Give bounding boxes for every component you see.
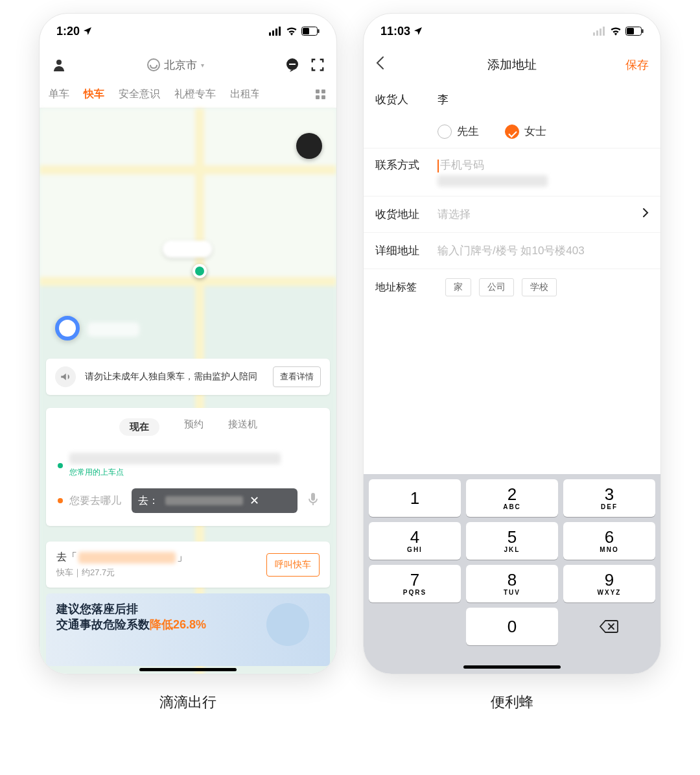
booking-tab-reserve[interactable]: 预约 bbox=[184, 418, 204, 436]
pickup-hint: 您常用的上车点 bbox=[69, 467, 318, 478]
status-time: 1:20 bbox=[56, 25, 80, 38]
recipient-input[interactable]: 李 bbox=[438, 92, 649, 107]
destination-suggest-pill[interactable]: 去： ✕ bbox=[132, 488, 298, 513]
contact-blur bbox=[438, 175, 548, 187]
status-bar: 11:03 bbox=[364, 14, 660, 49]
banner-illustration bbox=[252, 599, 323, 663]
destination-placeholder: 您要去哪儿 bbox=[69, 494, 121, 508]
home-indicator[interactable] bbox=[463, 665, 561, 669]
svg-rect-0 bbox=[269, 32, 271, 36]
call-price: 快车｜约27.7元 bbox=[56, 567, 187, 578]
gender-option-mr[interactable]: 先生 bbox=[438, 124, 479, 139]
detail-label: 详细地址 bbox=[375, 243, 438, 258]
svg-rect-15 bbox=[603, 27, 605, 36]
status-time: 11:03 bbox=[380, 25, 410, 38]
key-4[interactable]: 4GHI bbox=[369, 522, 461, 560]
call-ride-button[interactable]: 呼叫快车 bbox=[266, 553, 320, 577]
locate-button[interactable] bbox=[55, 316, 80, 340]
scan-icon[interactable] bbox=[310, 58, 325, 72]
tab-safety[interactable]: 安全意识 bbox=[119, 88, 160, 101]
pin-label bbox=[163, 241, 212, 257]
key-delete[interactable] bbox=[563, 608, 655, 645]
tab-premium[interactable]: 礼橙专车 bbox=[174, 88, 216, 101]
key-8[interactable]: 8TUV bbox=[466, 565, 558, 602]
key-1[interactable]: 1 bbox=[369, 479, 461, 517]
svg-point-8 bbox=[148, 59, 159, 71]
mic-icon[interactable] bbox=[308, 493, 318, 509]
booking-tab-airport[interactable]: 接送机 bbox=[228, 418, 257, 436]
battery-icon bbox=[301, 27, 320, 36]
city-selector[interactable]: 北京市 bbox=[164, 58, 197, 73]
key-9[interactable]: 9WXYZ bbox=[563, 565, 655, 602]
key-6[interactable]: 6MNO bbox=[563, 522, 655, 560]
location-arrow-icon bbox=[413, 26, 423, 36]
pickup-row[interactable]: 您常用的上车点 bbox=[58, 447, 318, 483]
destination-row[interactable]: 您要去哪儿 去： ✕ bbox=[58, 483, 318, 518]
detail-row[interactable]: 详细地址 输入门牌号/楼号 如10号楼403 bbox=[364, 233, 660, 269]
contact-placeholder: 手机号码 bbox=[440, 159, 484, 171]
didi-logo-icon bbox=[147, 58, 160, 71]
more-tabs-icon[interactable] bbox=[316, 89, 327, 99]
safety-banner[interactable]: 建议您落座后排 交通事故危险系数降低26.8% bbox=[46, 593, 330, 666]
contact-row[interactable]: 联系方式 手机号码 bbox=[364, 149, 660, 197]
radio-icon bbox=[438, 125, 452, 139]
location-arrow-icon bbox=[82, 26, 93, 36]
svg-rect-6 bbox=[318, 29, 320, 33]
key-7[interactable]: 7PQRS bbox=[369, 565, 461, 602]
caption-right: 便利蜂 bbox=[363, 693, 661, 712]
backspace-icon bbox=[600, 619, 619, 634]
save-button[interactable]: 保存 bbox=[625, 57, 649, 73]
key-0[interactable]: 0 bbox=[466, 608, 558, 645]
tab-taxi[interactable]: 出租车 bbox=[230, 88, 259, 101]
map-area[interactable]: 请勿让未成年人独自乘车，需由监护人陪同 查看详情 现在 预约 接送机 您常用的上… bbox=[40, 108, 336, 674]
svg-rect-5 bbox=[303, 28, 309, 34]
app-header: 北京市 ▾ bbox=[40, 49, 336, 81]
svg-rect-3 bbox=[279, 27, 281, 36]
booking-tabs: 现在 预约 接送机 bbox=[58, 418, 318, 436]
signal-icon bbox=[269, 27, 282, 36]
text-cursor bbox=[438, 160, 439, 173]
driver-avatar bbox=[296, 133, 322, 159]
home-indicator[interactable] bbox=[139, 668, 237, 671]
tab-bike[interactable]: 单车 bbox=[49, 88, 69, 101]
svg-rect-11 bbox=[311, 493, 315, 501]
close-icon[interactable]: ✕ bbox=[250, 494, 259, 508]
tag-home[interactable]: 家 bbox=[445, 278, 471, 296]
bianlifeng-phone: 11:03 添加地址 保存 收货人 李 先生 bbox=[363, 13, 661, 674]
key-3[interactable]: 3DEF bbox=[563, 479, 655, 517]
didi-phone: 1:20 北京市 ▾ 单车 快车 安全意识 bbox=[39, 13, 337, 674]
svg-rect-1 bbox=[272, 30, 274, 36]
contact-label: 联系方式 bbox=[375, 158, 438, 173]
svg-rect-18 bbox=[642, 29, 644, 33]
address-label: 收货地址 bbox=[375, 207, 438, 222]
category-tabs: 单车 快车 安全意识 礼橙专车 出租车 bbox=[40, 81, 336, 108]
recipient-row: 收货人 李 bbox=[364, 81, 660, 117]
svg-point-7 bbox=[56, 60, 62, 65]
numeric-keypad: 1 2ABC 3DEF 4GHI 5JKL 6MNO 7PQRS 8TUV 9W… bbox=[364, 474, 660, 674]
tag-company[interactable]: 公司 bbox=[479, 278, 514, 296]
svg-rect-13 bbox=[596, 30, 598, 36]
status-bar: 1:20 bbox=[40, 14, 336, 49]
address-row[interactable]: 收货地址 请选择 bbox=[364, 197, 660, 233]
key-blank bbox=[369, 608, 461, 645]
tag-label: 地址标签 bbox=[375, 281, 438, 294]
call-card: 去「 」 快车｜约27.7元 呼叫快车 bbox=[46, 542, 330, 588]
message-icon[interactable] bbox=[285, 57, 300, 73]
detail-placeholder: 输入门牌号/楼号 如10号楼403 bbox=[438, 243, 649, 258]
booking-tab-now[interactable]: 现在 bbox=[119, 418, 159, 436]
tab-express[interactable]: 快车 bbox=[84, 88, 104, 101]
radio-icon bbox=[505, 125, 519, 139]
svg-rect-14 bbox=[600, 29, 601, 36]
call-destination: 去「 」 bbox=[56, 551, 187, 564]
user-icon[interactable] bbox=[51, 57, 67, 73]
tag-school[interactable]: 学校 bbox=[522, 278, 557, 296]
notice-text: 请勿让未成年人独自乘车，需由监护人陪同 bbox=[85, 370, 264, 383]
back-button[interactable] bbox=[375, 56, 384, 74]
destination-suggest-prefix: 去： bbox=[138, 494, 159, 508]
notice-detail-button[interactable]: 查看详情 bbox=[273, 366, 321, 387]
key-5[interactable]: 5JKL bbox=[466, 522, 558, 560]
gender-row: 先生 女士 bbox=[364, 117, 660, 149]
key-2[interactable]: 2ABC bbox=[466, 479, 558, 517]
gender-option-ms[interactable]: 女士 bbox=[505, 124, 546, 139]
svg-rect-12 bbox=[593, 32, 595, 36]
